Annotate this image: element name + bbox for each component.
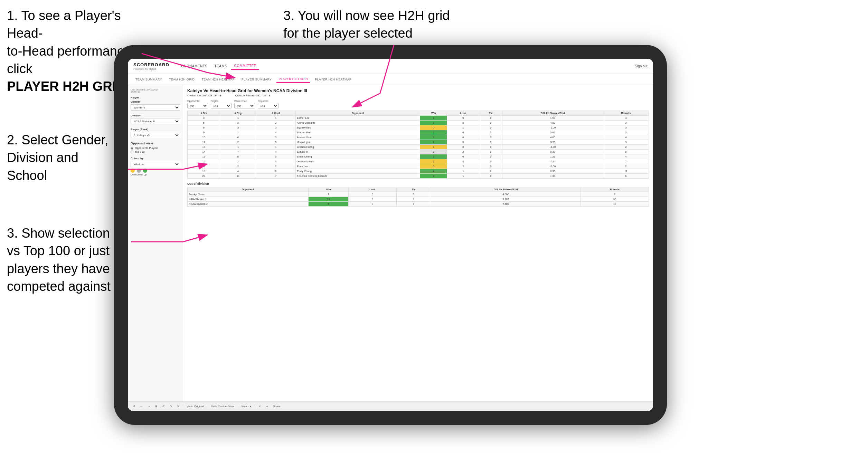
colour-labels: Down Level Up (131, 173, 180, 176)
toolbar-view-original[interactable]: View: Original (185, 404, 205, 409)
cell-div: 5 (188, 121, 220, 125)
cell-div: 3 (188, 116, 220, 121)
cell-win: 0 (420, 164, 447, 169)
radio-opponents-played[interactable]: Opponents Played (131, 146, 180, 150)
toolbar-undo[interactable]: ↺ (131, 404, 136, 409)
toolbar-watch[interactable]: Watch ▾ (240, 404, 253, 409)
filter-conference-dropdown[interactable]: (All) (234, 103, 255, 108)
timestamp: Last Updated: 27/03/202416:55:38 (131, 88, 180, 93)
cell-win: 2 (420, 135, 447, 140)
player-section: Player Gender Women's Men's (131, 96, 180, 111)
filter-conference: Conference (All) (234, 100, 255, 108)
cell-diff: 1.33 (502, 174, 603, 179)
toolbar-refresh[interactable]: ⟳ (176, 404, 181, 409)
cell-opponent: Eunice Yi (296, 150, 420, 154)
filter-region-dropdown[interactable]: (All) (211, 103, 232, 108)
instr-tl-1: 1. To see a Player's Head- (7, 8, 121, 40)
cell-rounds: 3 (603, 125, 649, 130)
cell-opponent: Sharon Mun (296, 130, 420, 135)
cell-diff: -3.00 (502, 145, 603, 150)
toolbar-fwd[interactable]: → (146, 404, 152, 409)
cell-diff: 4.00 (502, 135, 603, 140)
cell-win: 0 (420, 125, 447, 130)
toolbar-redo[interactable]: ↷ (168, 404, 173, 409)
sign-out-link[interactable]: Sign out (635, 64, 648, 68)
nav-teams[interactable]: TEAMS (211, 63, 230, 69)
cell-div: 15 (188, 154, 220, 159)
toolbar-back[interactable]: ← (139, 404, 144, 409)
radio-top100[interactable]: Top 100 (131, 150, 180, 153)
toolbar-undo2[interactable]: ↶ (161, 404, 166, 409)
subnav-player-h2h-heatmap[interactable]: PLAYER H2H HEATMAP (313, 76, 353, 83)
instruction-top-right: 3. You will now see H2H grid for the pla… (283, 7, 450, 42)
nav-tournaments[interactable]: TOURNAMENTS (176, 63, 210, 69)
radio-label-opponents: Opponents Played (135, 146, 158, 150)
instr-bl-4: competed against (7, 279, 111, 294)
cell-rounds: 4 (603, 154, 649, 159)
nav-committee[interactable]: COMMITTEE (231, 63, 259, 70)
col-conf: # Conf (256, 111, 296, 116)
subnav-team-h2h-heatmap[interactable]: TEAM H2H HEATMAP (199, 76, 237, 83)
col-tie: Tie (479, 111, 502, 116)
cell-conf: 1 (256, 145, 296, 150)
cell-opponent: Federica Domecq Lacroze (296, 174, 420, 179)
cell-diff: 4.00 (502, 121, 603, 125)
cell-diff: -1.00 (502, 125, 603, 130)
subnav-team-h2h-grid[interactable]: TEAM H2H GRID (167, 76, 197, 83)
subnav-player-summary[interactable]: PLAYER SUMMARY (239, 76, 274, 83)
player-rank-dropdown[interactable]: 8. Katelyn Vo (131, 132, 180, 138)
division-dropdown[interactable]: NCAA Division III NCAA Division I NCAA D… (131, 118, 180, 124)
cell-win: 2 (420, 174, 447, 179)
cell-win: 1 (420, 130, 447, 135)
cell-loss: 0 (447, 154, 479, 159)
cell-div: 11 (188, 140, 220, 145)
cell-loss: 2 (447, 159, 479, 164)
cell-conf: 2 (256, 121, 296, 125)
cell-diff: 1.50 (502, 116, 603, 121)
ood-diff: 7.400 (431, 202, 581, 207)
instr-bl-1: 3. Show selection (7, 226, 110, 240)
cell-div: 10 (188, 135, 220, 140)
filter-region-label: Region (211, 100, 232, 102)
grid-records: Overall Record: 353 - 34 - 6 Division Re… (187, 94, 649, 97)
ood-diff: 9.267 (431, 197, 581, 202)
subnav-team-summary[interactable]: TEAM SUMMARY (133, 76, 164, 83)
colour-by-dropdown[interactable]: Win/loss (131, 161, 180, 167)
radio-dot-opponents (131, 147, 133, 150)
cell-opponent: Heejo Hyun (296, 140, 420, 145)
instr-tl-3: PLAYER H2H GRID (7, 79, 125, 94)
division-label: Division (131, 114, 180, 117)
ood-rounds: 30 (581, 197, 649, 202)
table-row: 15 8 5 Stella Cheng 1 0 0 1.25 4 (188, 154, 649, 159)
cell-opponent: Euna Lee (296, 164, 420, 169)
instr-ml-1: 2. Select Gender, (7, 133, 108, 147)
cell-opponent: Alexis Sudjianto (296, 121, 420, 125)
filter-opponents-dropdown[interactable]: (All) (187, 103, 208, 108)
grid-panel: Katelyn Vo Head-to-Head Grid for Women's… (183, 85, 653, 401)
ood-tie: 0 (396, 197, 431, 202)
filter-opponent-dropdown[interactable]: (All) (258, 103, 279, 108)
col-loss: Loss (447, 111, 479, 116)
col-div: # Div (188, 111, 220, 116)
toolbar-sep1 (183, 404, 183, 409)
subnav: TEAM SUMMARY TEAM H2H GRID TEAM H2H HEAT… (128, 74, 653, 85)
cell-div: 19 (188, 169, 220, 174)
instr-ml-3: School (7, 168, 47, 183)
cell-opponent: Andrea York (296, 135, 420, 140)
toolbar-export[interactable]: ↗ (257, 404, 262, 409)
toolbar-save-custom[interactable]: Save Custom View (209, 404, 235, 409)
cell-tie: 0 (479, 154, 502, 159)
subnav-player-h2h-grid[interactable]: PLAYER H2H GRID (276, 76, 310, 83)
cell-opponent: Jessica Huang (296, 145, 420, 150)
toolbar-share-icon[interactable]: ⇔ (264, 404, 270, 409)
ood-col-loss: Loss (349, 187, 396, 192)
ood-loss: 0 (349, 197, 396, 202)
cell-conf: 7 (256, 174, 296, 179)
ipad-screen: SCOREBOARD Powered by clippd TOURNAMENTS… (128, 59, 653, 411)
toolbar-grid[interactable]: ⊞ (154, 404, 159, 409)
toolbar-share[interactable]: Share (272, 404, 282, 409)
table-row: 3 1 1 Esther Lee 1 0 0 1.50 4 (188, 116, 649, 121)
colour-label-down: Down (131, 173, 135, 176)
gender-dropdown[interactable]: Women's Men's (131, 104, 180, 111)
instruction-mid-left: 2. Select Gender, Division and School (7, 131, 108, 184)
